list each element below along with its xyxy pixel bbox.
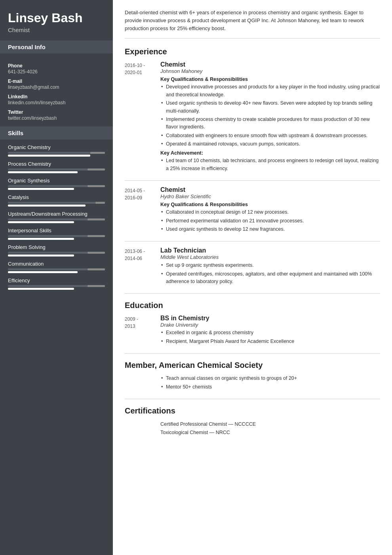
edu-content: BS in ChemistryDrake UniversityExcelled … xyxy=(160,315,380,346)
skill-bar-bg xyxy=(8,218,105,220)
skill-bar-fill xyxy=(8,288,74,290)
cert-container: Certified Professional Chemist — NCCCCET… xyxy=(125,420,380,437)
exp-date: 2014-05 - 2016-09 xyxy=(125,186,160,234)
exp-content: ChemistHydro Baker ScientificKey Qualifi… xyxy=(160,186,380,234)
sidebar-header: Linsey Bash Chemist xyxy=(0,0,113,40)
exp-subtitle: Key Qualifications & Responsibilities xyxy=(160,77,380,82)
member-bullet-item: Teach annual classes on organic synthesi… xyxy=(160,375,380,382)
exp-bullet-item: Collaborated with engineers to ensure sm… xyxy=(160,132,380,140)
education-container: 2009 - 2013BS in ChemistryDrake Universi… xyxy=(125,315,380,346)
skill-bar-dot xyxy=(95,202,105,204)
member-bullet-item: Mentor 50+ chemists xyxy=(160,383,380,391)
skill-bar-bg xyxy=(8,202,105,204)
skill-bar-fill xyxy=(8,271,78,273)
member-section-title: Member, American Chemical Society xyxy=(125,359,380,370)
exp-bullet-item: Collaborated in conceptual design of 12 … xyxy=(160,209,380,216)
cert-row: Certified Professional Chemist — NCCCCET… xyxy=(125,420,380,437)
skill-bar-fill xyxy=(8,155,90,157)
exp-content: ChemistJohnson MahoneyKey Qualifications… xyxy=(160,61,380,173)
certifications-section-title: Certifications xyxy=(125,405,380,415)
member-date xyxy=(125,375,160,392)
skill-item: Communication xyxy=(0,260,113,277)
cert-content: Certified Professional Chemist — NCCCCET… xyxy=(160,420,380,437)
skill-bar-bg xyxy=(8,252,105,254)
skill-name: Communication xyxy=(8,261,105,267)
skill-bar-fill xyxy=(8,238,74,240)
member-divider xyxy=(125,353,380,354)
education-row: 2009 - 2013BS in ChemistryDrake Universi… xyxy=(125,315,380,346)
main-content: Detail-oriented chemist with 6+ years of… xyxy=(113,0,392,555)
skill-item: Organic Chemistry xyxy=(0,144,113,160)
skill-bar-fill xyxy=(8,221,74,223)
skill-name: Upstream/Downstream Processing xyxy=(8,211,105,217)
skill-item: Organic Synthesis xyxy=(0,177,113,193)
experience-section-title: Experience xyxy=(125,46,380,56)
skill-name: Problem Solving xyxy=(8,244,105,250)
skill-item: Process Chemistry xyxy=(0,160,113,177)
edu-bullet-item: Excelled in organic & process chemistry xyxy=(160,329,380,337)
skill-item: Upstream/Downstream Processing xyxy=(0,210,113,227)
skill-bar-dot xyxy=(88,218,105,220)
exp-date: 2013-06 - 2014-06 xyxy=(125,247,160,286)
exp-bullet-item: Led team of 10 chemists, lab technicians… xyxy=(160,157,380,172)
phone-value: 641-325-4026 xyxy=(8,69,105,75)
email-label: E-mail xyxy=(8,78,105,84)
skill-name: Catalysis xyxy=(8,194,105,200)
skill-name: Interpersonal Skills xyxy=(8,228,105,233)
skill-bar-fill xyxy=(8,188,74,190)
member-row: Teach annual classes on organic synthesi… xyxy=(125,375,380,392)
skill-bar-bg xyxy=(8,168,105,170)
member-container: Teach annual classes on organic synthesi… xyxy=(125,375,380,392)
email-value: linseyzbash@gmail.com xyxy=(8,84,105,90)
personal-info-section-title: Personal Info xyxy=(0,40,113,54)
exp-bullet-list: Set up 9 organic synthesis experiments.O… xyxy=(160,262,380,285)
skill-item: Catalysis xyxy=(0,193,113,210)
skill-bar-fill xyxy=(8,255,74,256)
skill-bar-dot xyxy=(90,152,105,154)
candidate-title: Chemist xyxy=(8,27,105,33)
exp-bullet-list: Led team of 10 chemists, lab technicians… xyxy=(160,157,380,172)
skill-name: Organic Synthesis xyxy=(8,178,105,184)
skill-bar-dot xyxy=(88,168,105,170)
exp-bullet-list: Developed innovative processes and produ… xyxy=(160,83,380,148)
sidebar: Linsey Bash Chemist Personal Info Phone … xyxy=(0,0,113,555)
exp-bullet-item: Performed experimental validation on 21 … xyxy=(160,217,380,225)
exp-content: Lab TechnicianMiddle West LaboratoriesSe… xyxy=(160,247,380,286)
skill-bar-bg xyxy=(8,235,105,237)
skill-bar-bg xyxy=(8,185,105,187)
edu-date: 2009 - 2013 xyxy=(125,315,160,346)
skill-bar-fill xyxy=(8,205,86,207)
exp-bullet-item: Developed innovative processes and produ… xyxy=(160,83,380,99)
exp-bullet-item: Implemented process chemistry to create … xyxy=(160,116,380,131)
edu-school: Drake University xyxy=(160,322,380,328)
exp-job-title: Chemist xyxy=(160,61,380,68)
skill-item: Interpersonal Skills xyxy=(0,227,113,243)
cert-item: Toxicological Chemist — NRCC xyxy=(160,429,380,437)
skill-item: Problem Solving xyxy=(0,243,113,260)
skill-bar-dot xyxy=(88,185,105,187)
skill-bar-dot xyxy=(88,235,105,237)
cert-divider xyxy=(125,399,380,399)
member-bullet-list: Teach annual classes on organic synthesi… xyxy=(160,375,380,391)
experience-row: 2013-06 - 2014-06Lab TechnicianMiddle We… xyxy=(125,247,380,286)
education-divider xyxy=(125,293,380,294)
exp-divider xyxy=(125,241,380,241)
twitter-value: twitter.com/linseyzbash xyxy=(8,115,105,121)
cert-date xyxy=(125,420,160,437)
skills-container: Organic ChemistryProcess ChemistryOrgani… xyxy=(0,144,113,293)
exp-bullet-item: Used organic synthesis to develop 40+ ne… xyxy=(160,100,380,115)
exp-bullet-item: Operated centrifuges, microscopes, agita… xyxy=(160,270,380,286)
experience-row: 2016-10 - 2020-01ChemistJohnson MahoneyK… xyxy=(125,61,380,173)
experience-container: 2016-10 - 2020-01ChemistJohnson MahoneyK… xyxy=(125,61,380,286)
skill-name: Efficiency xyxy=(8,278,105,283)
exp-company: Johnson Mahoney xyxy=(160,68,380,74)
skill-bar-bg xyxy=(8,268,105,270)
candidate-name: Linsey Bash xyxy=(8,11,105,25)
member-content: Teach annual classes on organic synthesi… xyxy=(160,375,380,392)
linkedin-label: LinkedIn xyxy=(8,94,105,100)
exp-date: 2016-10 - 2020-01 xyxy=(125,61,160,173)
personal-info-block: Phone 641-325-4026 E-mail linseyzbash@gm… xyxy=(0,57,113,126)
exp-divider xyxy=(125,180,380,181)
exp-job-title: Lab Technician xyxy=(160,247,380,254)
exp-bullet-item: Set up 9 organic synthesis experiments. xyxy=(160,262,380,269)
